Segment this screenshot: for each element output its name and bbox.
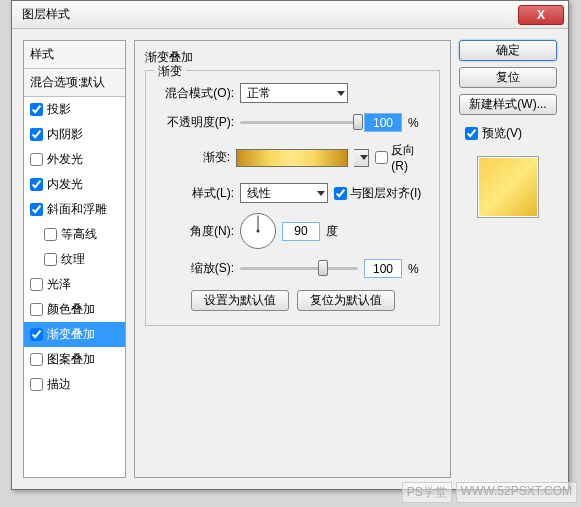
chevron-down-icon <box>317 191 325 196</box>
style-item-checkbox[interactable] <box>30 303 43 316</box>
preview-checkbox-label[interactable]: 预览(V) <box>459 125 557 142</box>
style-item-checkbox[interactable] <box>30 278 43 291</box>
align-checkbox[interactable] <box>334 187 347 200</box>
slider-thumb[interactable] <box>353 114 363 130</box>
style-item-6[interactable]: 纹理 <box>24 247 125 272</box>
style-item-7[interactable]: 光泽 <box>24 272 125 297</box>
style-item-4[interactable]: 斜面和浮雕 <box>24 197 125 222</box>
style-item-5[interactable]: 等高线 <box>24 222 125 247</box>
angle-label: 角度(N): <box>156 223 234 240</box>
style-item-checkbox[interactable] <box>30 353 43 366</box>
ok-button[interactable]: 确定 <box>459 40 557 61</box>
style-item-checkbox[interactable] <box>30 328 43 341</box>
style-label: 样式(L): <box>156 185 234 202</box>
blend-options-header[interactable]: 混合选项:默认 <box>24 69 125 97</box>
chevron-down-icon <box>360 155 368 160</box>
style-value: 线性 <box>247 185 271 202</box>
layer-style-dialog: 图层样式 X 样式 混合选项:默认 投影内阴影外发光内发光斜面和浮雕等高线纹理光… <box>11 0 569 490</box>
blend-mode-combo[interactable]: 正常 <box>240 83 348 103</box>
dialog-content: 样式 混合选项:默认 投影内阴影外发光内发光斜面和浮雕等高线纹理光泽颜色叠加渐变… <box>12 29 568 489</box>
titlebar: 图层样式 X <box>12 1 568 29</box>
style-item-checkbox[interactable] <box>30 203 43 216</box>
style-item-checkbox[interactable] <box>30 103 43 116</box>
style-item-label: 内发光 <box>47 176 83 193</box>
style-item-label: 颜色叠加 <box>47 301 95 318</box>
style-item-label: 光泽 <box>47 276 71 293</box>
section-title: 渐变叠加 <box>145 49 440 66</box>
style-item-checkbox[interactable] <box>30 153 43 166</box>
style-combo[interactable]: 线性 <box>240 183 328 203</box>
style-item-checkbox[interactable] <box>30 128 43 141</box>
style-item-label: 外发光 <box>47 151 83 168</box>
scale-input[interactable] <box>364 259 402 278</box>
close-button[interactable]: X <box>518 5 564 25</box>
style-item-label: 投影 <box>47 101 71 118</box>
watermark: PS学堂 WWW.52PSXT.COM <box>402 482 577 503</box>
right-button-panel: 确定 复位 新建样式(W)... 预览(V) <box>459 40 557 478</box>
opacity-slider[interactable] <box>240 121 358 124</box>
watermark-b: WWW.52PSXT.COM <box>456 482 577 503</box>
style-item-checkbox[interactable] <box>44 228 57 241</box>
styles-header[interactable]: 样式 <box>24 41 125 69</box>
opacity-unit: % <box>408 116 419 130</box>
style-item-label: 图案叠加 <box>47 351 95 368</box>
style-item-0[interactable]: 投影 <box>24 97 125 122</box>
style-item-11[interactable]: 描边 <box>24 372 125 397</box>
style-item-label: 等高线 <box>61 226 97 243</box>
style-item-label: 内阴影 <box>47 126 83 143</box>
gradient-label: 渐变: <box>156 149 230 166</box>
angle-input[interactable] <box>282 222 320 241</box>
cancel-button[interactable]: 复位 <box>459 67 557 88</box>
angle-dial[interactable] <box>240 213 276 249</box>
opacity-input[interactable] <box>364 113 402 132</box>
style-item-checkbox[interactable] <box>30 378 43 391</box>
reverse-checkbox[interactable] <box>375 151 388 164</box>
blend-mode-label: 混合模式(O): <box>156 85 234 102</box>
styles-list-panel: 样式 混合选项:默认 投影内阴影外发光内发光斜面和浮雕等高线纹理光泽颜色叠加渐变… <box>23 40 126 478</box>
gradient-dropdown-button[interactable] <box>354 149 369 167</box>
watermark-a: PS学堂 <box>402 482 452 503</box>
scale-label: 缩放(S): <box>156 260 234 277</box>
reverse-label: 反向(R) <box>391 142 429 173</box>
opacity-label: 不透明度(P): <box>156 114 234 131</box>
style-item-3[interactable]: 内发光 <box>24 172 125 197</box>
slider-thumb[interactable] <box>318 260 328 276</box>
set-default-button[interactable]: 设置为默认值 <box>191 290 289 311</box>
dialog-title: 图层样式 <box>22 6 70 23</box>
gradient-overlay-panel: 渐变叠加 渐变 混合模式(O): 正常 不透明度(P): <box>134 40 451 478</box>
style-item-2[interactable]: 外发光 <box>24 147 125 172</box>
style-item-checkbox[interactable] <box>30 178 43 191</box>
fieldset-legend: 渐变 <box>154 63 186 80</box>
close-icon: X <box>537 8 545 22</box>
new-style-button[interactable]: 新建样式(W)... <box>459 94 557 115</box>
gradient-fieldset: 渐变 混合模式(O): 正常 不透明度(P): % <box>145 70 440 326</box>
style-item-checkbox[interactable] <box>44 253 57 266</box>
angle-unit: 度 <box>326 223 338 240</box>
style-item-10[interactable]: 图案叠加 <box>24 347 125 372</box>
blend-mode-value: 正常 <box>247 85 271 102</box>
chevron-down-icon <box>337 91 345 96</box>
preview-checkbox[interactable] <box>465 127 478 140</box>
style-item-label: 斜面和浮雕 <box>47 201 107 218</box>
preview-label: 预览(V) <box>482 125 522 142</box>
style-item-label: 描边 <box>47 376 71 393</box>
reset-default-button[interactable]: 复位为默认值 <box>297 290 395 311</box>
align-checkbox-label[interactable]: 与图层对齐(I) <box>334 185 421 202</box>
style-item-label: 纹理 <box>61 251 85 268</box>
gradient-picker[interactable] <box>236 149 348 167</box>
style-item-label: 渐变叠加 <box>47 326 95 343</box>
preview-swatch <box>477 156 539 218</box>
reverse-checkbox-label[interactable]: 反向(R) <box>375 142 429 173</box>
style-item-1[interactable]: 内阴影 <box>24 122 125 147</box>
scale-unit: % <box>408 262 419 276</box>
angle-center-dot <box>257 230 260 233</box>
style-item-9[interactable]: 渐变叠加 <box>24 322 125 347</box>
scale-slider[interactable] <box>240 267 358 270</box>
style-item-8[interactable]: 颜色叠加 <box>24 297 125 322</box>
align-label: 与图层对齐(I) <box>350 185 421 202</box>
